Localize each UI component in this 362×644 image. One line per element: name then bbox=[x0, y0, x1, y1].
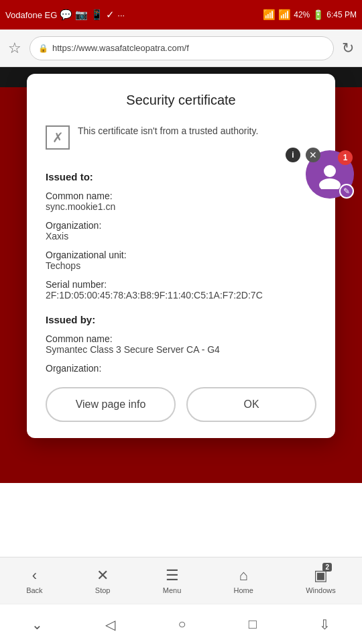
check-icon: ✓ bbox=[106, 9, 115, 21]
browser-toolbar: ☆ 🔒 https://www.wasafatcleopatra.com/f ↻ bbox=[0, 30, 362, 67]
url-bar[interactable]: 🔒 https://www.wasafatcleopatra.com/f bbox=[29, 36, 334, 60]
star-button[interactable]: ☆ bbox=[5, 37, 24, 60]
more-icon: ··· bbox=[117, 10, 125, 20]
status-bar: Vodafone EG 💬 📷 📱 ✓ ··· 📶 📶 42% 🔋 6:45 P… bbox=[0, 0, 362, 30]
signal-icon: 📶 bbox=[278, 9, 291, 21]
dialog-title: Security certificate bbox=[46, 93, 316, 108]
nav-stop[interactable]: ✕ Stop bbox=[95, 567, 111, 594]
whatsapp-icon: 📱 bbox=[90, 9, 103, 21]
time-label: 6:45 PM bbox=[326, 10, 357, 19]
issued-by-section: Issued by: Common name: Symantec Class 3… bbox=[46, 314, 316, 374]
cert-warning-icon: ✗ bbox=[46, 125, 70, 150]
back-system-icon[interactable]: ◁ bbox=[105, 616, 115, 633]
serial-number-value: 2F:1D:05:00:45:78:A3:B8:9F:11:40:C5:1A:F… bbox=[46, 290, 316, 301]
battery-icon: 🔋 bbox=[312, 9, 324, 20]
issuer-common-name-field: Common name: Symantec Class 3 Secure Ser… bbox=[46, 333, 316, 355]
notification-badge: 1 bbox=[338, 150, 353, 165]
camera-icon: 📷 bbox=[75, 9, 88, 21]
close-icon[interactable]: ✕ bbox=[306, 148, 320, 162]
url-text: https://www.wasafatcleopatra.com/f bbox=[52, 43, 325, 53]
messenger-icon: 💬 bbox=[60, 9, 72, 21]
cert-warning-text: This certificate isn't from a trusted au… bbox=[78, 124, 258, 138]
cert-warning: ✗ This certificate isn't from a trusted … bbox=[46, 124, 316, 155]
issued-to-title: Issued to: bbox=[46, 171, 316, 182]
issuer-org-field: Organization: bbox=[46, 363, 316, 374]
nav-windows[interactable]: ▣ 2 Windows bbox=[306, 567, 336, 594]
issuer-common-name-label: Common name: bbox=[46, 333, 316, 344]
down-arrow-icon[interactable]: ⌄ bbox=[32, 616, 43, 633]
security-certificate-dialog: Security certificate ✗ This certificate … bbox=[27, 74, 335, 438]
refresh-button[interactable]: ↻ bbox=[339, 37, 357, 60]
windows-icon: ▣ 2 bbox=[314, 567, 328, 584]
issued-to-section: Issued to: Common name: sync.mookie1.cn … bbox=[46, 171, 316, 301]
dialog-buttons: View page info OK bbox=[46, 387, 316, 422]
ok-button[interactable]: OK bbox=[186, 387, 316, 422]
nav-menu[interactable]: ☰ Menu bbox=[163, 567, 182, 594]
back-label: Back bbox=[26, 586, 42, 594]
windows-count-badge: 2 bbox=[322, 563, 332, 572]
org-unit-value: Techops bbox=[46, 260, 316, 271]
common-name-value: sync.mookie1.cn bbox=[46, 201, 316, 212]
menu-label: Menu bbox=[163, 586, 182, 594]
system-nav: ⌄ ◁ ○ □ ⇩ bbox=[0, 604, 362, 644]
stop-label: Stop bbox=[95, 586, 111, 594]
svg-point-0 bbox=[324, 165, 336, 177]
common-name-label: Common name: bbox=[46, 191, 316, 201]
common-name-field: Common name: sync.mookie1.cn bbox=[46, 191, 316, 212]
windows-label: Windows bbox=[306, 586, 336, 594]
edit-badge: ✎ bbox=[339, 184, 354, 199]
svg-point-1 bbox=[319, 178, 341, 189]
recent-apps-icon[interactable]: □ bbox=[249, 616, 257, 632]
info-icon[interactable]: i bbox=[286, 148, 300, 162]
home-system-icon[interactable]: ○ bbox=[178, 616, 186, 632]
serial-number-field: Serial number: 2F:1D:05:00:45:78:A3:B8:9… bbox=[46, 279, 316, 301]
org-unit-field: Organizational unit: Techops bbox=[46, 250, 316, 271]
wifi-icon: 📶 bbox=[263, 9, 276, 21]
page-background: i ✕ 1 ✎ Security certificate ✗ This cert… bbox=[0, 67, 362, 483]
home-icon: ⌂ bbox=[239, 567, 248, 584]
issuer-org-label: Organization: bbox=[46, 363, 316, 374]
org-unit-label: Organizational unit: bbox=[46, 250, 316, 260]
menu-icon: ☰ bbox=[166, 567, 179, 584]
carrier-label: Vodafone EG bbox=[5, 10, 57, 20]
battery-label: 42% bbox=[294, 10, 310, 19]
organization-field: Organization: Xaxis bbox=[46, 220, 316, 241]
organization-value: Xaxis bbox=[46, 231, 316, 241]
home-label: Home bbox=[234, 586, 253, 594]
nav-back[interactable]: ‹ Back bbox=[26, 567, 42, 594]
lock-icon: 🔒 bbox=[38, 44, 48, 53]
nav-home[interactable]: ⌂ Home bbox=[234, 567, 253, 594]
issuer-common-name-value: Symantec Class 3 Secure Server CA - G4 bbox=[46, 344, 316, 355]
view-page-info-button[interactable]: View page info bbox=[46, 387, 176, 422]
download-icon[interactable]: ⇩ bbox=[319, 616, 330, 633]
back-icon: ‹ bbox=[32, 567, 37, 584]
bottom-nav: ‹ Back ✕ Stop ☰ Menu ⌂ Home ▣ 2 Windows bbox=[0, 557, 362, 604]
serial-number-label: Serial number: bbox=[46, 279, 316, 290]
issued-by-title: Issued by: bbox=[46, 314, 316, 325]
stop-icon: ✕ bbox=[97, 567, 109, 584]
organization-label: Organization: bbox=[46, 220, 316, 231]
dialog-overlay: Security certificate ✗ This certificate … bbox=[0, 67, 362, 483]
